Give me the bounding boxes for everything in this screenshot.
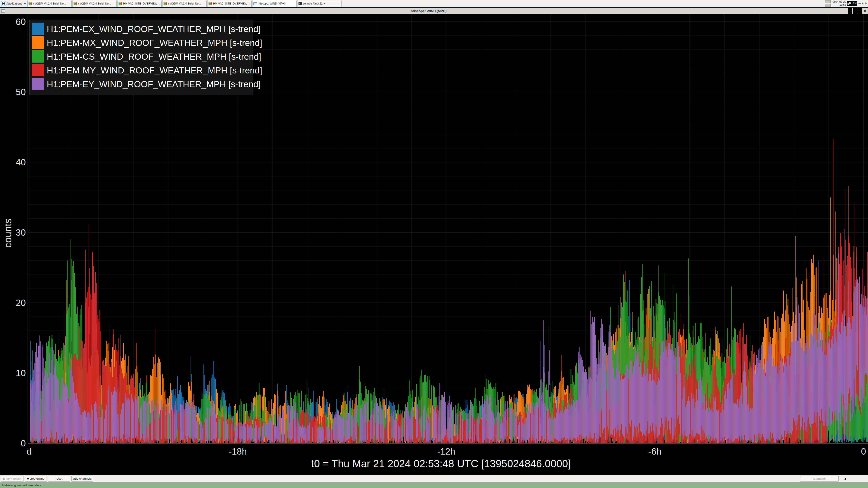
svg-text:20: 20 [16,298,26,308]
svg-text:-6h: -6h [648,447,661,456]
svg-text:50: 50 [16,87,26,97]
svg-text:60: 60 [16,17,26,27]
svg-text:-12h: -12h [437,447,455,456]
svg-text:H1:PEM-EX_WIND_ROOF_WEATHER_MP: H1:PEM-EX_WIND_ROOF_WEATHER_MPH [s-trend… [47,24,260,34]
svg-text:10: 10 [16,368,26,378]
svg-text:d: d [27,447,32,456]
svg-text:0: 0 [861,447,866,456]
svg-text:40: 40 [16,157,26,167]
svg-text:H1:PEM-MX_WIND_ROOF_WEATHER_MP: H1:PEM-MX_WIND_ROOF_WEATHER_MPH [s-trend… [47,38,262,48]
svg-text:0: 0 [21,438,26,448]
svg-text:H1:PEM-CS_WIND_ROOF_WEATHER_MP: H1:PEM-CS_WIND_ROOF_WEATHER_MPH [s-trend… [47,52,261,61]
svg-text:-18h: -18h [229,447,247,456]
svg-text:30: 30 [16,228,26,237]
svg-text:counts: counts [2,219,13,248]
svg-text:H1:PEM-MY_WIND_ROOF_WEATHER_MP: H1:PEM-MY_WIND_ROOF_WEATHER_MPH [s-trend… [47,66,262,75]
svg-text:H1:PEM-EY_WIND_ROOF_WEATHER_MP: H1:PEM-EY_WIND_ROOF_WEATHER_MPH [s-trend… [47,79,260,89]
svg-text:t0 = Thu Mar 21 2024 02:53:48: t0 = Thu Mar 21 2024 02:53:48 UTC [13950… [311,458,571,469]
